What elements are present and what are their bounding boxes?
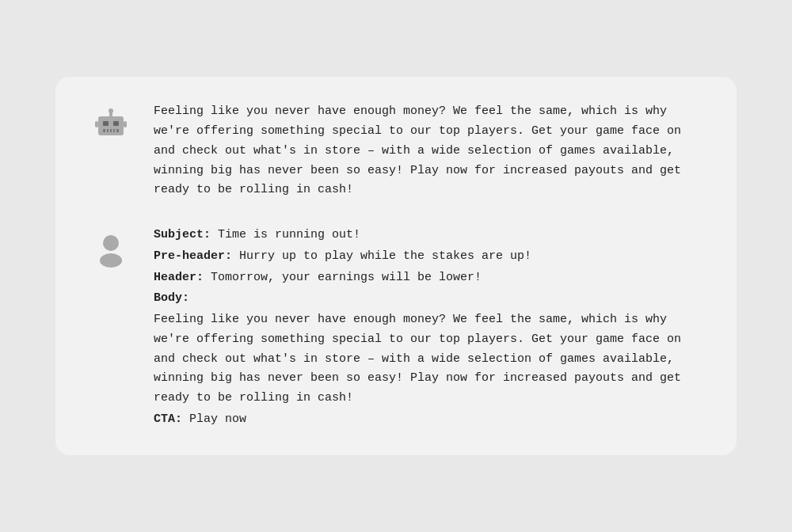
- svg-rect-5: [109, 129, 110, 132]
- preheader-value: Hurry up to play while the stakes are up…: [232, 249, 531, 263]
- subject-value: Time is running out!: [211, 228, 360, 241]
- header-value: Tomorrow, your earnings will be lower!: [204, 271, 482, 284]
- subject-label: Subject:: [154, 228, 211, 241]
- svg-rect-10: [95, 121, 98, 127]
- svg-rect-1: [103, 121, 109, 126]
- bot-message-text: Feeling like you never have enough money…: [154, 102, 705, 200]
- user-message-text: Subject: Time is running out! Pre-header…: [154, 226, 705, 430]
- svg-point-13: [100, 253, 122, 268]
- person-avatar: [87, 226, 135, 273]
- svg-rect-2: [113, 121, 119, 126]
- svg-rect-0: [98, 116, 124, 135]
- svg-rect-7: [115, 129, 116, 132]
- cta-label: CTA:: [154, 412, 182, 426]
- robot-avatar: [87, 102, 135, 150]
- svg-rect-4: [105, 129, 107, 132]
- svg-rect-11: [124, 121, 127, 127]
- header-line: Header: Tomorrow, your earnings will be …: [154, 268, 705, 288]
- svg-point-9: [109, 108, 113, 113]
- body-label: Body:: [154, 291, 189, 305]
- body-text: Feeling like you never have enough money…: [154, 313, 681, 405]
- body-text-line: Feeling like you never have enough money…: [154, 310, 705, 408]
- svg-rect-6: [112, 129, 113, 132]
- preheader-label: Pre-header:: [154, 249, 232, 263]
- preheader-line: Pre-header: Hurry up to play while the s…: [154, 247, 705, 267]
- cta-line: CTA: Play now: [154, 410, 705, 430]
- svg-point-12: [103, 235, 119, 251]
- user-message-row: Subject: Time is running out! Pre-header…: [87, 226, 705, 430]
- chat-container: Feeling like you never have enough money…: [55, 77, 737, 454]
- bot-message-row: Feeling like you never have enough money…: [87, 102, 705, 200]
- header-label: Header:: [154, 271, 204, 284]
- body-label-line: Body:: [154, 289, 705, 309]
- cta-value: Play now: [182, 412, 246, 426]
- subject-line: Subject: Time is running out!: [154, 226, 705, 245]
